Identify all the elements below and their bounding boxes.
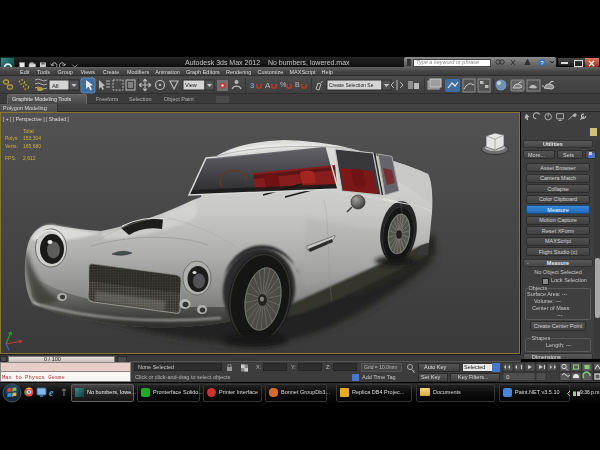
svg-text:All: All bbox=[52, 83, 59, 89]
svg-text:e: e bbox=[49, 387, 54, 398]
svg-text:Create Selection Se: Create Selection Se bbox=[329, 82, 374, 88]
svg-text:3: 3 bbox=[250, 81, 255, 90]
svg-text:B: B bbox=[295, 81, 300, 88]
svg-text:A: A bbox=[265, 81, 271, 90]
svg-text:%: % bbox=[280, 81, 286, 88]
svg-text:View: View bbox=[185, 82, 197, 88]
